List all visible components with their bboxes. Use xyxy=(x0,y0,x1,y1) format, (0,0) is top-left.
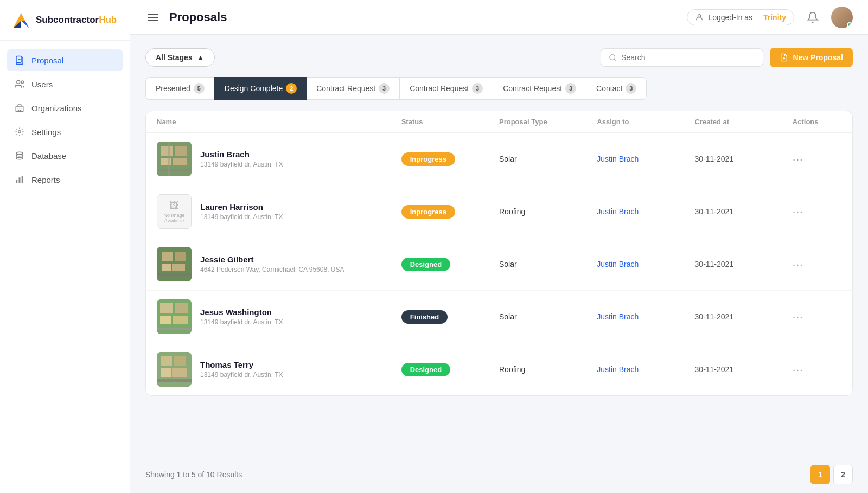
footer: Showing 1 to 5 of 10 Results 12 xyxy=(130,456,868,493)
table-header: Name Status Proposal Type Assign to Crea… xyxy=(146,111,852,133)
svg-rect-31 xyxy=(168,142,170,176)
stage-tab-contract_request_1[interactable]: Contract Request3 xyxy=(307,77,399,100)
table-body: Justin Brach 13149 bayfield dr, Austin, … xyxy=(146,133,852,395)
stages-label: All Stages xyxy=(156,53,193,62)
stage-tab-count: 3 xyxy=(626,83,636,94)
row-actions-button[interactable]: ··· xyxy=(793,258,841,271)
row-created-date: 30-11-2021 xyxy=(695,207,793,216)
row-actions-button[interactable]: ··· xyxy=(793,153,841,165)
table-row: Jessie Gilbert 4642 Pedersen Way, Carmic… xyxy=(146,238,852,291)
svg-rect-37 xyxy=(157,273,192,276)
row-created-date: 30-11-2021 xyxy=(695,155,793,163)
page-button-1[interactable]: 1 xyxy=(810,465,830,484)
svg-rect-27 xyxy=(175,146,187,156)
sidebar-item-label: Users xyxy=(31,80,53,89)
sidebar-item-label: Proposal xyxy=(31,56,63,65)
svg-line-22 xyxy=(615,59,616,61)
sidebar-item-organizations[interactable]: Organizations xyxy=(7,97,123,119)
svg-rect-47 xyxy=(161,368,171,377)
col-name: Name xyxy=(157,118,401,126)
search-input[interactable] xyxy=(621,53,755,62)
sidebar-nav: Proposal Users xyxy=(0,41,130,199)
stage-tab-label: Contact xyxy=(596,84,622,93)
stage-tab-design_complete[interactable]: Design Complete2 xyxy=(214,77,307,100)
row-created-date: 30-11-2021 xyxy=(695,312,793,321)
logged-in-label: Logged-In as xyxy=(708,13,752,22)
stage-tab-label: Contract Request xyxy=(316,84,375,93)
row-assign-link[interactable]: Justin Brach xyxy=(597,312,694,321)
col-status: Status xyxy=(401,118,499,126)
svg-rect-26 xyxy=(161,146,173,156)
sidebar-item-database[interactable]: Database xyxy=(7,145,123,167)
table-row: Justin Brach 13149 bayfield dr, Austin, … xyxy=(146,133,852,185)
sidebar-item-reports[interactable]: Reports xyxy=(7,169,123,190)
row-name-cell: Jessie Gilbert 4642 Pedersen Way, Carmic… xyxy=(157,247,401,281)
stage-tab-contract_request_3[interactable]: Contract Request3 xyxy=(493,77,586,100)
chart-icon xyxy=(14,174,25,185)
svg-point-16 xyxy=(16,152,23,155)
row-assign-link[interactable]: Justin Brach xyxy=(597,207,694,216)
row-person-name: Justin Brach xyxy=(200,150,283,159)
row-info: Jesus Washington 13149 bayfield dr, Aust… xyxy=(200,308,283,326)
row-status-cell: Inprogress xyxy=(401,152,499,166)
user-icon xyxy=(695,13,704,22)
database-icon xyxy=(14,150,25,161)
sidebar-item-label: Settings xyxy=(31,127,61,137)
row-assign-link[interactable]: Justin Brach xyxy=(597,155,694,163)
proposals-table: Name Status Proposal Type Assign to Crea… xyxy=(145,111,853,396)
svg-rect-48 xyxy=(172,368,187,377)
svg-rect-36 xyxy=(172,264,185,271)
svg-rect-41 xyxy=(160,316,171,324)
status-badge: Designed xyxy=(401,258,451,271)
svg-rect-46 xyxy=(174,356,186,366)
row-actions-button[interactable]: ··· xyxy=(793,206,841,218)
row-info: Jessie Gilbert 4642 Pedersen Way, Carmic… xyxy=(200,255,344,273)
page-button-2[interactable]: 2 xyxy=(833,465,853,484)
row-status-cell: Finished xyxy=(401,310,499,324)
hamburger-menu[interactable] xyxy=(145,11,161,23)
svg-rect-49 xyxy=(157,379,192,382)
col-created-at: Created at xyxy=(695,118,793,126)
chevron-up-icon: ▲ xyxy=(197,53,205,62)
add-document-icon xyxy=(780,53,788,62)
users-icon xyxy=(14,79,25,89)
sidebar-item-users[interactable]: Users xyxy=(7,73,123,95)
svg-rect-34 xyxy=(175,252,186,261)
stage-tab-label: Design Complete xyxy=(225,84,283,93)
row-assign-link[interactable]: Justin Brach xyxy=(597,365,694,374)
new-proposal-button[interactable]: New Proposal xyxy=(770,48,853,67)
search-box xyxy=(601,48,763,67)
building-icon xyxy=(14,103,25,113)
sidebar-item-proposal[interactable]: Proposal xyxy=(7,49,123,71)
row-actions-button[interactable]: ··· xyxy=(793,311,841,323)
showing-results: Showing 1 to 5 of 10 Results xyxy=(145,470,242,479)
row-address: 13149 bayfield dr, Austin, TX xyxy=(200,161,283,168)
logged-in-badge: Logged-In as Trinity xyxy=(687,9,794,25)
row-address: 13149 bayfield dr, Austin, TX xyxy=(200,371,283,379)
proposals-content: All Stages ▲ xyxy=(130,35,868,456)
sidebar-item-settings[interactable]: Settings xyxy=(7,121,123,143)
svg-point-7 xyxy=(21,81,24,84)
row-assign-link[interactable]: Justin Brach xyxy=(597,260,694,268)
avatar[interactable] xyxy=(831,7,853,28)
user-name-link[interactable]: Trinity xyxy=(763,13,786,22)
svg-point-15 xyxy=(18,131,21,133)
header: Proposals Logged-In as Trinity xyxy=(130,0,868,35)
sidebar: SubcontractorHub Proposal xyxy=(0,0,130,493)
stage-tab-contract_request_2[interactable]: Contract Request3 xyxy=(399,77,493,100)
stage-tab-label: Contract Request xyxy=(410,84,469,93)
row-actions-button[interactable]: ··· xyxy=(793,363,841,376)
header-right: Logged-In as Trinity xyxy=(687,7,853,28)
stage-tab-presented[interactable]: Presented5 xyxy=(145,77,214,100)
svg-rect-39 xyxy=(160,303,173,313)
notification-icon[interactable] xyxy=(803,8,822,27)
all-stages-button[interactable]: All Stages ▲ xyxy=(145,48,215,67)
row-name-cell: Thomas Terry 13149 bayfield dr, Austin, … xyxy=(157,352,401,387)
stage-tab-count: 5 xyxy=(194,83,205,94)
new-proposal-label: New Proposal xyxy=(793,53,843,62)
stage-tab-contact[interactable]: Contact3 xyxy=(586,77,647,100)
row-info: Lauren Harrison 13149 bayfield dr, Austi… xyxy=(200,202,283,221)
row-address: 13149 bayfield dr, Austin, TX xyxy=(200,213,283,221)
row-proposal-type: Roofing xyxy=(499,207,597,216)
row-address: 4642 Pedersen Way, Carmichael, CA 95608,… xyxy=(200,266,344,273)
